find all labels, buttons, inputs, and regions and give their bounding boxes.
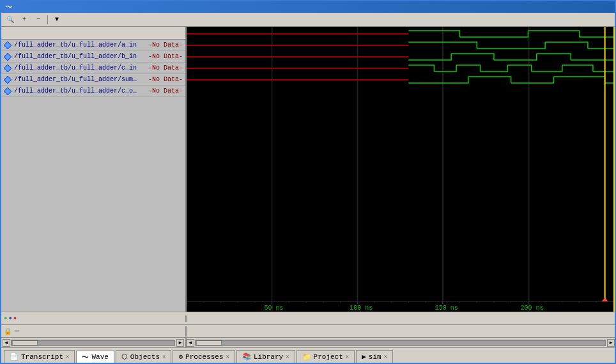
wave-canvas-area[interactable] [187,27,615,312]
status-icon-1: ● [4,315,7,322]
tab-close-button[interactable]: ✕ [162,353,166,360]
tab-label: Wave [91,353,108,361]
scrollbar-thumb-right[interactable] [196,340,222,345]
cursor-line [613,27,615,312]
tab-label: Library [254,353,283,361]
tab-wave[interactable]: 〜Wave [76,351,114,363]
wave-canvas [187,27,615,312]
status-icons: ● ● ● [4,315,17,322]
signal-row[interactable]: /full_adder_tb/u_full_adder/sum_out-No D… [1,74,185,86]
signal-panel: /full_adder_tb/u_full_adder/a_in-No Data… [1,27,187,312]
toolbar-divider [47,15,48,24]
signal-type-icon [1,52,14,62]
signal-row[interactable]: /full_adder_tb/u_full_adder/c_in-No Data… [1,63,185,74]
tab-close-button[interactable]: ✕ [66,353,69,360]
cursor-left: 🔒 − [1,326,187,337]
signal-value-label: -No Data- [141,76,185,83]
wave-panel[interactable] [187,27,615,312]
scroll-left-arrow[interactable]: ◄ [3,339,10,347]
signal-name-label: /full_adder_tb/u_full_adder/b_in [14,53,141,60]
panels-row: /full_adder_tb/u_full_adder/a_in-No Data… [1,27,615,312]
app-icon: 〜 [5,2,13,13]
signal-value-label: -No Data- [141,64,185,72]
tab-close-button[interactable]: ✕ [286,353,289,360]
signal-value-label: -No Data- [141,87,185,95]
tab-label: Transcript [21,353,63,361]
signal-list: /full_adder_tb/u_full_adder/a_in-No Data… [1,40,185,312]
tab-label: Objects [130,353,160,361]
zoom-out-button[interactable]: − [32,14,45,26]
signal-value-label: -No Data- [141,42,185,49]
status-icon-3: ● [13,315,17,322]
signal-row[interactable]: /full_adder_tb/u_full_adder/b_in-No Data… [1,51,185,63]
tab-sim[interactable]: ▶sim✕ [356,350,393,363]
signal-name-label: /full_adder_tb/u_full_adder/c_out [14,87,141,95]
zoom-in-button[interactable]: + [18,14,31,26]
toolbar: 🔍 + − ▼ [1,13,615,27]
signal-type-icon [1,86,14,96]
sim-icon: ▶ [362,353,366,361]
wave-icon: 〜 [82,353,89,362]
scrollbar-thumb[interactable] [12,340,38,345]
tab-label: Project [314,353,343,361]
status-bar: ● ● ● [1,312,615,324]
main-window: 〜 🔍 + − ▼ /full_adder_tb/u_full_adder/a_… [0,0,616,364]
lock-icon: 🔒 [4,328,12,335]
tab-project[interactable]: 📁Project✕ [296,350,355,363]
scroll-left-area: ◄ ► [1,338,187,347]
tab-label: sim [369,353,381,361]
signal-value-label: -No Data- [141,53,185,60]
tab-close-button[interactable]: ✕ [384,353,387,360]
scroll-right-arrow-right[interactable]: ► [607,339,615,347]
library-icon: 📚 [242,353,251,361]
title-bar: 〜 [1,1,615,13]
status-left: ● ● ● [1,315,187,322]
tab-label: Processes [185,353,223,361]
tab-close-button[interactable]: ✕ [346,353,349,360]
scroll-right-arrow-left[interactable]: ► [176,339,184,347]
signal-name-label: /full_adder_tb/u_full_adder/c_in [14,64,141,72]
tab-transcript[interactable]: 📄Transcript✕ [4,350,75,363]
bottom-tabs: 📄Transcript✕〜Wave⬡Objects✕⚙Processes✕📚Li… [1,347,615,363]
signal-name-label: /full_adder_tb/u_full_adder/a_in [14,42,141,49]
tab-library[interactable]: 📚Library✕ [236,350,295,363]
signal-header [1,27,185,40]
project-icon: 📁 [302,353,311,361]
minus-icon: − [14,326,19,337]
scroll-bar-row: ◄ ► ◄ ► [1,337,615,347]
status-icon-2: ● [8,315,12,322]
signal-row[interactable]: /full_adder_tb/u_full_adder/c_out-No Dat… [1,86,185,97]
h-scrollbar-right[interactable] [196,340,606,346]
tab-close-button[interactable]: ✕ [226,353,229,360]
processes-icon: ⚙ [178,353,183,361]
signal-name-label: /full_adder_tb/u_full_adder/sum_out [14,76,141,83]
tab-processes[interactable]: ⚙Processes✕ [173,350,235,363]
zoom-full-button[interactable]: 🔍 [4,14,17,26]
scroll-right-area: ◄ ► [187,338,615,347]
signal-type-icon [1,75,14,85]
tab-objects[interactable]: ⬡Objects✕ [116,350,172,363]
signal-type-icon [1,40,14,50]
objects-icon: ⬡ [121,353,128,361]
signal-row[interactable]: /full_adder_tb/u_full_adder/a_in-No Data… [1,40,185,51]
signal-type-icon [1,63,14,73]
insert-signal-button[interactable]: ▼ [50,14,63,26]
h-scrollbar-left[interactable] [12,340,175,346]
cursor-bar: 🔒 − [1,324,615,337]
transcript-icon: 📄 [10,353,19,361]
scroll-left-arrow-right[interactable]: ◄ [187,339,194,347]
title-bar-left: 〜 [5,2,15,13]
